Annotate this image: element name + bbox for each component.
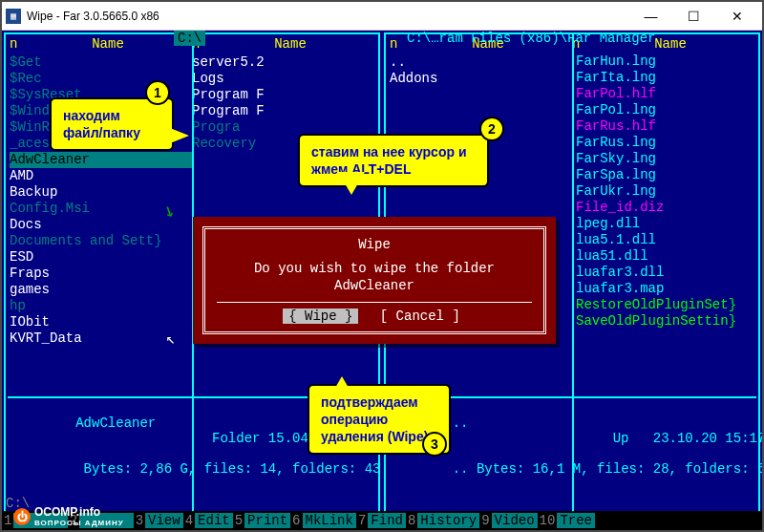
watermark-text: OCOMP.info — [34, 505, 100, 519]
callout-2: ставим на нее курсор и жмем ALT+DEL — [298, 134, 489, 187]
file-row[interactable]: $Get — [10, 54, 192, 71]
dialog-title: Wipe — [354, 237, 394, 252]
col-n: n — [390, 36, 404, 52]
file-row[interactable]: KVRT_Data — [10, 330, 192, 347]
file-row[interactable]: AMD — [10, 168, 192, 184]
wipe-button[interactable]: { Wipe } — [283, 309, 358, 324]
status-left-file: AdwCleaner — [75, 415, 156, 431]
badge-2: 2 — [479, 117, 504, 141]
file-row[interactable]: FarSpa.lng — [576, 167, 754, 183]
file-row[interactable]: luafar3.map — [576, 281, 754, 297]
file-row[interactable] — [576, 330, 754, 346]
file-row[interactable]: ESD — [10, 249, 192, 266]
file-row[interactable]: hp — [10, 298, 192, 314]
file-row[interactable]: FarSky.lng — [576, 151, 754, 167]
keybar-item[interactable]: 10Tree — [538, 511, 595, 530]
file-row[interactable]: Program F — [192, 87, 374, 103]
dialog-text-1: Do you wish to wipe the folder — [254, 261, 495, 276]
badge-3: 3 — [422, 432, 447, 457]
file-row[interactable]: AdwCleaner — [10, 152, 192, 168]
file-row[interactable]: FarPol.hlf — [576, 86, 754, 102]
window-title: Wipe - Far 3.0.5665.0 x86 — [27, 10, 629, 23]
file-row[interactable]: Documents and Sett} — [10, 233, 192, 249]
file-row[interactable]: Logs — [192, 71, 374, 87]
file-row[interactable]: SaveOldPluginSettin} — [576, 313, 754, 330]
file-row[interactable]: lua5.1.dll — [576, 232, 754, 248]
file-row[interactable]: lua51.dll — [576, 248, 754, 265]
file-row[interactable]: server5.2 — [192, 54, 374, 71]
file-row[interactable]: FarHun.lng — [576, 53, 754, 70]
keybar-item[interactable]: 4Edit — [183, 511, 233, 530]
keybar-item[interactable]: 8History — [406, 511, 479, 530]
file-row[interactable]: File_id.diz — [576, 200, 754, 216]
keybar-item[interactable]: 3View — [134, 511, 183, 530]
file-row[interactable]: FarUkr.lng — [576, 183, 754, 200]
content-area: C:\ C:\…ram Files (x86)\Far Manager n Na… — [2, 31, 762, 530]
watermark: ⏻ OCOMP.info ВОПРОСЫ АДМИНУ — [13, 505, 124, 527]
col-name: Name — [206, 36, 374, 52]
status-left-bytes: Bytes: 2,86 G, files: 14, folders: 43 — [75, 461, 380, 477]
file-row[interactable]: FarIta.lng — [576, 70, 754, 86]
right-file-list-col2[interactable]: FarHun.lngFarIta.lngFarPol.hlfFarPol.lng… — [572, 53, 758, 346]
file-row[interactable]: FarRus.lng — [576, 135, 754, 151]
file-row[interactable]: Fraps — [10, 266, 192, 282]
keybar-item[interactable]: 6MkLink — [290, 511, 356, 530]
file-row[interactable]: FarRus.hlf — [576, 118, 754, 135]
maximize-button[interactable]: ☐ — [672, 3, 715, 30]
cancel-button[interactable]: [ Cancel ] — [374, 309, 466, 324]
file-row[interactable]: lpeg.dll — [576, 216, 754, 232]
file-row[interactable]: RestoreOldPluginSet} — [576, 297, 754, 313]
left-path[interactable]: C:\ — [174, 31, 205, 46]
dialog-text-2: AdwCleaner — [334, 278, 414, 293]
keybar-item[interactable]: 7Find — [356, 511, 406, 530]
status-right-info: Up 23.10.20 15:17 — [613, 431, 764, 446]
right-path[interactable]: C:\…ram Files (x86)\Far Manager — [403, 31, 659, 46]
minimize-button[interactable]: — — [629, 3, 672, 30]
col-n: n — [10, 36, 24, 52]
callout-1: находим файл/папку — [50, 97, 174, 151]
file-row[interactable]: games — [10, 282, 192, 298]
close-button[interactable]: ✕ — [715, 3, 758, 30]
status-right-bytes: .. Bytes: 16,1 M, files: 28, folders: 6 — [453, 461, 764, 477]
status-right-file: .. — [453, 415, 469, 431]
file-row[interactable]: FarPol.lng — [576, 102, 754, 118]
watermark-sub: ВОПРОСЫ АДМИНУ — [34, 519, 124, 527]
keybar-item[interactable]: 5Print — [233, 511, 290, 530]
file-row[interactable]: IObit — [10, 314, 192, 330]
file-row[interactable]: luafar3.dll — [576, 265, 754, 281]
cursor-icon: ↖ — [166, 330, 176, 349]
app-icon: ▦ — [6, 9, 21, 24]
col-name: Name — [24, 36, 192, 52]
keybar-item[interactable]: 9Video — [479, 511, 537, 530]
wipe-dialog: Wipe Do you wish to wipe the folder AdwC… — [193, 217, 556, 344]
app-window: ▦ Wipe - Far 3.0.5665.0 x86 — ☐ ✕ C:\ C:… — [0, 0, 764, 532]
badge-1: 1 — [145, 80, 170, 105]
watermark-icon: ⏻ — [13, 508, 31, 525]
file-row[interactable]: Backup — [10, 184, 192, 201]
file-row[interactable]: Program F — [192, 103, 374, 119]
titlebar: ▦ Wipe - Far 3.0.5665.0 x86 — ☐ ✕ — [2, 2, 762, 31]
